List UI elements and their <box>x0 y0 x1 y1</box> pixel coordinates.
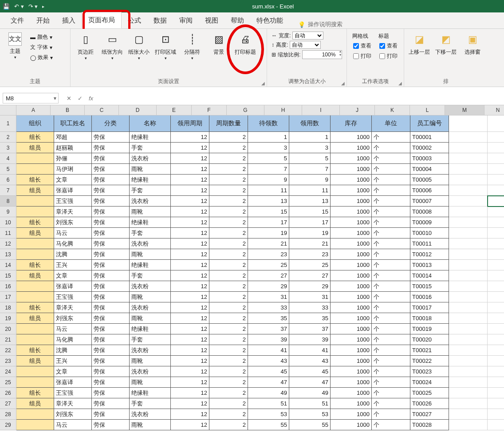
tab-数据[interactable]: 数据 <box>147 13 173 28</box>
cell-I28[interactable]: 1000 <box>331 409 372 420</box>
cell-K19[interactable]: T00018 <box>410 313 449 324</box>
cell-C3[interactable]: 劳保 <box>92 143 130 153</box>
cell-K17[interactable]: T00016 <box>410 292 449 302</box>
cell-A26[interactable]: 组长 <box>16 388 54 398</box>
cell-A12[interactable] <box>16 238 54 249</box>
cell-G11[interactable]: 19 <box>248 228 289 238</box>
pagesetup-launcher-icon[interactable]: ◢ <box>261 81 265 86</box>
cell-D13[interactable]: 雨靴 <box>130 249 171 260</box>
cell-J29[interactable]: 个 <box>372 420 410 430</box>
pagesetup-纸张大小[interactable]: ▢纸张大小▾ <box>126 31 152 60</box>
cell-K2[interactable]: T00001 <box>410 132 449 143</box>
cell-H26[interactable]: 49 <box>289 388 331 398</box>
cell-F17[interactable]: 2 <box>209 292 248 302</box>
cell-D18[interactable]: 洗衣粉 <box>130 302 171 313</box>
save-icon[interactable]: 💾 <box>3 3 10 10</box>
cell-A22[interactable]: 组长 <box>16 345 54 356</box>
cell-M20[interactable] <box>488 324 504 334</box>
cell-F21[interactable]: 2 <box>209 334 248 345</box>
row-head-8[interactable]: 8 <box>0 196 16 207</box>
cell-E27[interactable]: 12 <box>171 398 209 409</box>
cell-K22[interactable]: T00021 <box>410 345 449 356</box>
cell-J2[interactable]: 个 <box>372 132 410 143</box>
worksheet[interactable]: 1234567891011121314151617181920212223242… <box>0 105 504 430</box>
cell-L18[interactable] <box>449 302 488 313</box>
cell-J17[interactable]: 个 <box>372 292 410 302</box>
cell-M27[interactable] <box>488 398 504 409</box>
cell-M8[interactable] <box>488 196 504 207</box>
row-head-23[interactable]: 23 <box>0 356 16 366</box>
col-head-B[interactable]: B <box>51 105 85 115</box>
cell-D12[interactable]: 洗衣粉 <box>130 238 171 249</box>
cell-H7[interactable]: 11 <box>289 185 331 196</box>
cell-K5[interactable]: T00004 <box>410 164 449 175</box>
cell-M4[interactable] <box>488 153 504 164</box>
cell-K25[interactable]: T00024 <box>410 377 449 388</box>
cell-I17[interactable]: 1000 <box>331 292 372 302</box>
tab-公式[interactable]: 公式 <box>122 13 147 28</box>
cell-A24[interactable] <box>16 366 54 377</box>
cell-M10[interactable] <box>488 217 504 228</box>
cell-K6[interactable]: T00005 <box>410 175 449 185</box>
col-head-L[interactable]: L <box>410 105 445 115</box>
cell-I20[interactable]: 1000 <box>331 324 372 334</box>
cell-E12[interactable]: 12 <box>171 238 209 249</box>
row-head-19[interactable]: 19 <box>0 313 16 324</box>
cell-G26[interactable]: 49 <box>248 388 289 398</box>
colors-button[interactable]: ▬颜色▾ <box>28 32 55 42</box>
cell-H15[interactable]: 27 <box>289 270 331 281</box>
cell-I9[interactable]: 1000 <box>331 207 372 217</box>
cell-F16[interactable]: 2 <box>209 281 248 292</box>
cell-L25[interactable] <box>449 377 488 388</box>
cell-G3[interactable]: 3 <box>248 143 289 153</box>
cell-K15[interactable]: T00014 <box>410 270 449 281</box>
cell-E19[interactable]: 12 <box>171 313 209 324</box>
row-head-7[interactable]: 7 <box>0 185 16 196</box>
cell-B10[interactable]: 刘强东 <box>54 217 92 228</box>
row-head-26[interactable]: 26 <box>0 388 16 398</box>
cell-K23[interactable]: T00022 <box>410 356 449 366</box>
cell-E15[interactable]: 12 <box>171 270 209 281</box>
col-head-A[interactable]: A <box>16 105 51 115</box>
row-head-11[interactable]: 11 <box>0 228 16 238</box>
cell-A19[interactable]: 组员 <box>16 313 54 324</box>
cell-J11[interactable]: 个 <box>372 228 410 238</box>
cell-G21[interactable]: 39 <box>248 334 289 345</box>
cell-K27[interactable]: T00026 <box>410 398 449 409</box>
tab-帮助[interactable]: 帮助 <box>224 13 250 28</box>
cell-C6[interactable]: 劳保 <box>92 175 130 185</box>
scale-width-select[interactable]: 自动 <box>292 32 323 40</box>
cell-D2[interactable]: 绝缘鞋 <box>130 132 171 143</box>
cell-F14[interactable]: 2 <box>209 260 248 270</box>
cell-M1[interactable] <box>488 115 504 132</box>
cell-K4[interactable]: T00003 <box>410 153 449 164</box>
cell-C29[interactable]: 劳保 <box>92 420 130 430</box>
redo-icon[interactable]: ↷ ▾ <box>28 3 38 10</box>
cell-A10[interactable]: 组长 <box>16 217 54 228</box>
cell-A29[interactable] <box>16 420 54 430</box>
cell-J6[interactable]: 个 <box>372 175 410 185</box>
cell-G19[interactable]: 35 <box>248 313 289 324</box>
cell-D8[interactable]: 洗衣粉 <box>130 196 171 207</box>
cell-B12[interactable]: 马化腾 <box>54 238 92 249</box>
cell-K14[interactable]: T00013 <box>410 260 449 270</box>
cell-L27[interactable] <box>449 398 488 409</box>
cell-F3[interactable]: 2 <box>209 143 248 153</box>
cell-F4[interactable]: 2 <box>209 153 248 164</box>
cell-B5[interactable]: 马伊琍 <box>54 164 92 175</box>
cell-M12[interactable] <box>488 238 504 249</box>
cell-A18[interactable]: 组长 <box>16 302 54 313</box>
cell-H27[interactable]: 51 <box>289 398 331 409</box>
tab-插入[interactable]: 插入 <box>56 13 82 28</box>
cell-J5[interactable]: 个 <box>372 164 410 175</box>
cell-H17[interactable]: 31 <box>289 292 331 302</box>
cancel-formula-icon[interactable]: ✕ <box>67 95 71 102</box>
cell-A5[interactable] <box>16 164 54 175</box>
cell-B21[interactable]: 马化腾 <box>54 334 92 345</box>
cell-K9[interactable]: T00008 <box>410 207 449 217</box>
cell-G5[interactable]: 7 <box>248 164 289 175</box>
tab-特色功能[interactable]: 特色功能 <box>250 13 289 28</box>
cell-D26[interactable]: 绝缘鞋 <box>130 388 171 398</box>
cell-K21[interactable]: T00020 <box>410 334 449 345</box>
cell-E7[interactable]: 12 <box>171 185 209 196</box>
